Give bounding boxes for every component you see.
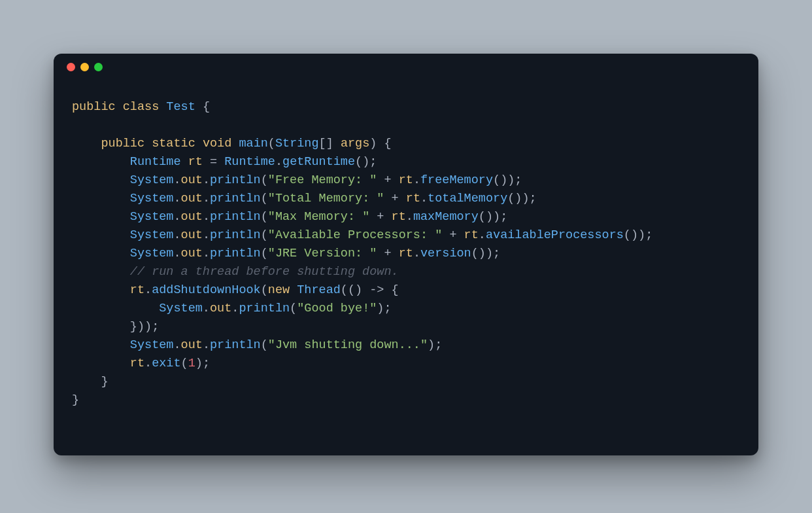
- type-system: System: [130, 338, 174, 352]
- fn-version: version: [420, 247, 471, 260]
- kw-public: public: [72, 100, 116, 114]
- str-total-memory: "Total Memory: ": [268, 192, 384, 205]
- str-max-memory: "Max Memory: ": [268, 210, 369, 224]
- var-rt: rt: [392, 210, 406, 224]
- type-system: System: [130, 247, 174, 260]
- type-runtime: Runtime: [130, 155, 181, 169]
- fn-addShutdownHook: addShutdownHook: [152, 283, 261, 297]
- num-exit-code: 1: [188, 357, 195, 370]
- fn-availableProcessors: availableProcessors: [486, 228, 624, 242]
- var-rt: rt: [399, 247, 413, 260]
- kw-new: new: [268, 283, 290, 297]
- fn-println: println: [210, 173, 261, 187]
- fn-freeMemory: freeMemory: [420, 173, 493, 187]
- var-rt: rt: [188, 155, 203, 169]
- str-available-processors: "Available Processors: ": [268, 228, 442, 242]
- str-good-bye: "Good bye!": [297, 302, 377, 315]
- id-out: out: [181, 173, 203, 187]
- kw-void: void: [203, 137, 231, 150]
- brace-open: {: [203, 100, 210, 114]
- close-dot-icon[interactable]: [67, 63, 75, 71]
- var-rt: rt: [130, 283, 144, 297]
- fn-println: println: [210, 338, 261, 352]
- str-jre-version: "JRE Version: ": [268, 247, 377, 260]
- type-system: System: [130, 192, 174, 205]
- fn-println: println: [210, 228, 261, 242]
- str-free-memory: "Free Memory: ": [268, 173, 377, 187]
- str-shutting-down: "Jvm shutting down...": [268, 338, 428, 352]
- var-rt: rt: [406, 192, 420, 205]
- type-runtime: Runtime: [224, 155, 275, 169]
- type-system: System: [130, 173, 174, 187]
- id-out: out: [181, 338, 203, 352]
- comment-line: // run a thread before shutting down.: [130, 265, 399, 279]
- class-name: Test: [166, 100, 195, 114]
- var-rt: rt: [130, 357, 144, 370]
- fn-getRuntime: getRuntime: [282, 155, 355, 169]
- type-system: System: [130, 228, 174, 242]
- window-titlebar: [54, 54, 758, 80]
- method-main: main: [239, 137, 267, 150]
- id-out: out: [181, 192, 203, 205]
- code-window: public class Test { public static void m…: [54, 54, 758, 455]
- fn-exit: exit: [152, 357, 180, 370]
- type-thread: Thread: [297, 283, 341, 297]
- fn-totalMemory: totalMemory: [428, 192, 507, 205]
- fn-println: println: [210, 247, 261, 260]
- fn-println: println: [210, 210, 261, 224]
- code-area: public class Test { public static void m…: [54, 80, 758, 410]
- kw-static: static: [152, 137, 195, 150]
- fn-println: println: [210, 192, 261, 205]
- fn-println: println: [239, 302, 290, 315]
- var-rt: rt: [464, 228, 479, 242]
- id-out: out: [210, 302, 231, 315]
- type-system: System: [130, 210, 174, 224]
- var-rt: rt: [399, 173, 413, 187]
- minimize-dot-icon[interactable]: [80, 63, 89, 71]
- id-out: out: [181, 210, 203, 224]
- type-string: String: [275, 137, 319, 150]
- type-system: System: [159, 302, 203, 315]
- fn-maxMemory: maxMemory: [413, 210, 479, 224]
- id-out: out: [181, 228, 203, 242]
- param-args: args: [341, 137, 369, 150]
- kw-class: class: [123, 100, 160, 114]
- kw-public: public: [101, 137, 144, 150]
- maximize-dot-icon[interactable]: [94, 63, 103, 71]
- id-out: out: [181, 247, 203, 260]
